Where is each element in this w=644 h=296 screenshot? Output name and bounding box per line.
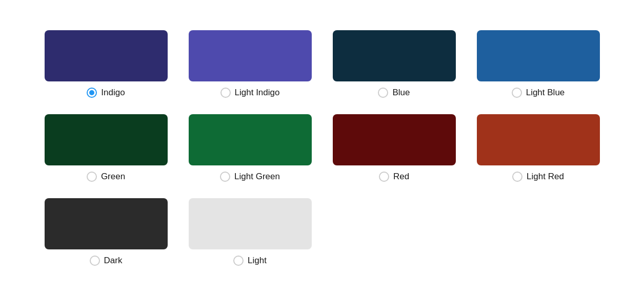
color-item-light-red: Light Red <box>472 114 604 182</box>
color-swatch-light-red <box>477 114 600 165</box>
color-label-light: Light <box>248 256 267 266</box>
color-label-light-red: Light Red <box>527 172 564 182</box>
color-item-light-blue: Light Blue <box>472 30 604 98</box>
color-radio-label-indigo[interactable]: Indigo <box>87 88 125 98</box>
color-item-light-green: Light Green <box>184 114 316 182</box>
color-radio-blue[interactable] <box>378 88 388 98</box>
color-item-light: Light <box>184 198 316 266</box>
color-radio-light-indigo[interactable] <box>220 88 231 98</box>
color-swatch-blue <box>333 30 456 81</box>
color-item-light-indigo: Light Indigo <box>184 30 316 98</box>
color-label-green: Green <box>101 172 125 182</box>
color-radio-light-blue[interactable] <box>512 88 522 98</box>
color-item-red: Red <box>328 114 460 182</box>
color-label-light-green: Light Green <box>234 172 280 182</box>
color-radio-light[interactable] <box>233 256 244 266</box>
color-grid: IndigoLight IndigoBlueLight BlueGreenLig… <box>40 30 604 266</box>
color-item-blue: Blue <box>328 30 460 98</box>
color-swatch-light-green <box>189 114 312 165</box>
color-swatch-red <box>333 114 456 165</box>
color-item-indigo: Indigo <box>40 30 172 98</box>
color-item-dark: Dark <box>40 198 172 266</box>
color-radio-label-green[interactable]: Green <box>87 172 125 182</box>
color-swatch-indigo <box>45 30 168 81</box>
color-label-light-indigo: Light Indigo <box>235 88 280 98</box>
color-radio-label-light[interactable]: Light <box>233 256 267 266</box>
color-radio-label-dark[interactable]: Dark <box>90 256 123 266</box>
color-radio-label-light-indigo[interactable]: Light Indigo <box>220 88 280 98</box>
color-label-indigo: Indigo <box>101 88 125 98</box>
color-item-green: Green <box>40 114 172 182</box>
color-radio-green[interactable] <box>87 172 97 182</box>
color-radio-label-light-green[interactable]: Light Green <box>220 172 280 182</box>
color-radio-indigo[interactable] <box>87 88 97 98</box>
color-radio-red[interactable] <box>379 172 389 182</box>
color-radio-light-green[interactable] <box>220 172 230 182</box>
color-radio-label-blue[interactable]: Blue <box>378 88 410 98</box>
color-swatch-dark <box>45 198 168 249</box>
color-label-blue: Blue <box>392 88 410 98</box>
color-swatch-light-indigo <box>189 30 312 81</box>
color-swatch-light <box>189 198 312 249</box>
color-radio-label-red[interactable]: Red <box>379 172 409 182</box>
color-radio-light-red[interactable] <box>512 172 522 182</box>
color-swatch-green <box>45 114 168 165</box>
color-label-red: Red <box>393 172 409 182</box>
color-swatch-light-blue <box>477 30 600 81</box>
color-radio-dark[interactable] <box>90 256 100 266</box>
color-label-dark: Dark <box>104 256 123 266</box>
color-radio-label-light-blue[interactable]: Light Blue <box>512 88 565 98</box>
color-radio-label-light-red[interactable]: Light Red <box>512 172 564 182</box>
color-label-light-blue: Light Blue <box>526 88 565 98</box>
